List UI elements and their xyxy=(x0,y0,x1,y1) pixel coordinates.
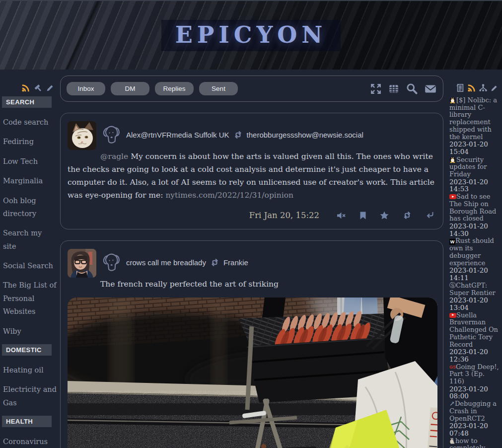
boost-icon xyxy=(233,131,243,139)
news-title: [$] Nolibc: a minimal C-library replacem… xyxy=(449,96,497,141)
epicyon-dog-icon[interactable] xyxy=(100,123,122,146)
epicyon-dog-icon[interactable] xyxy=(100,251,122,274)
avatar[interactable] xyxy=(68,121,96,150)
rss-icon[interactable] xyxy=(21,83,30,92)
news-time: 2023-01-20 15:04 xyxy=(449,141,501,155)
tab-sent[interactable]: Sent xyxy=(199,82,238,95)
youtube-icon xyxy=(449,194,456,199)
envelope-icon[interactable] xyxy=(424,83,437,94)
news-item[interactable]: WRust should own its debugger experience… xyxy=(449,237,501,282)
news-title: Suella Braverman Challenged On Pathetic … xyxy=(449,311,498,348)
sitemap-icon[interactable] xyxy=(479,83,488,92)
left-link[interactable]: Heating oil xyxy=(3,364,57,376)
news-item[interactable]: ↗Debugging a Crash in OpenRCT2 2023-01-2… xyxy=(449,400,501,437)
left-link[interactable]: Electricity and Gas xyxy=(3,383,57,409)
left-link[interactable]: The Big List of Personal Websites xyxy=(3,279,57,318)
avatar[interactable] xyxy=(68,249,96,278)
boost-icon xyxy=(210,258,219,267)
news-list: [$] Nolibc: a minimal C-library replacem… xyxy=(447,96,501,448)
mention-link[interactable]: @ragle xyxy=(100,152,128,161)
news-item[interactable]: GSGoing Deep!, Part 3 (Ep. 116) 2023-01-… xyxy=(449,364,501,400)
post-recipient[interactable]: therobburgessshow@newsie.social xyxy=(247,131,363,139)
post-image[interactable] xyxy=(68,298,437,448)
left-link[interactable]: Wiby xyxy=(3,325,57,338)
news-title: ChatGPT: Super Rentier xyxy=(449,282,496,297)
left-link[interactable]: Social Search xyxy=(3,259,57,272)
post-title-row: crows call me breadlady Frankie xyxy=(100,248,436,274)
newspaper-icon[interactable] xyxy=(456,83,465,92)
news-title: how to completely own an airline in 3 xyxy=(449,437,496,448)
news-title: Going Deep!, Part 3 (Ep. 116) xyxy=(449,363,499,385)
rss-icon[interactable] xyxy=(467,83,476,92)
pen-icon[interactable] xyxy=(46,83,55,92)
health-links: Coronavirus statistics xyxy=(2,435,57,448)
hammer-icon[interactable] xyxy=(33,83,43,92)
left-link[interactable]: Search my site xyxy=(3,226,57,253)
expand-icon[interactable] xyxy=(370,83,382,95)
timeline-column: Inbox DM Replies Sent xyxy=(60,70,443,448)
timeline-header-icons xyxy=(370,82,437,95)
left-section-health: HEALTH Coronavirus statistics xyxy=(2,416,57,448)
left-column-icons xyxy=(2,83,57,92)
lwn-penguin-icon xyxy=(449,96,456,103)
news-item[interactable]: [$] Nolibc: a minimal C-library replacem… xyxy=(449,96,501,155)
post: Alex@rtnVFRmedia Suffolk UK therobburges… xyxy=(60,113,443,229)
bookmark-icon[interactable] xyxy=(359,212,366,220)
left-link[interactable]: Low Tech xyxy=(3,155,57,168)
left-link[interactable]: Marginalia xyxy=(3,174,57,187)
pen-icon[interactable] xyxy=(490,84,499,92)
news-title: Rust should own its debugger experience xyxy=(449,237,494,266)
tab-replies[interactable]: Replies xyxy=(155,82,194,95)
left-section-domestic: DOMESTIC Heating oil Electricity and Gas xyxy=(2,344,57,409)
news-title: Sad to see The Ship on Borough Road has … xyxy=(449,193,496,222)
timeline-tabs: Inbox DM Replies Sent xyxy=(67,82,238,95)
lwn-penguin-icon xyxy=(449,156,456,163)
post-footer: Fri Jan 20, 15:22 xyxy=(68,211,434,220)
news-item[interactable]: ⓈChatGPT: Super Rentier 2023-01-20 13:04 xyxy=(449,282,501,311)
news-time: 2023-01-20 13:04 xyxy=(449,297,501,311)
post-text: The french really perfected the art of s… xyxy=(100,280,279,289)
banner[interactable]: EPICYON xyxy=(0,0,502,70)
external-link[interactable]: nytimes.com/2022/12/31/opinion xyxy=(165,191,293,200)
news-item[interactable]: Suella Braverman Challenged On Pathetic … xyxy=(449,312,501,363)
left-link[interactable]: Fediring xyxy=(3,135,57,148)
rabbit-icon xyxy=(449,438,455,444)
star-icon[interactable] xyxy=(380,211,389,220)
search-icon[interactable] xyxy=(406,82,418,95)
news-item[interactable]: how to completely own an airline in 3 xyxy=(449,438,501,448)
wordpress-icon: Ⓢ xyxy=(449,282,456,289)
site-title: EPICYON xyxy=(161,20,341,51)
post-author[interactable]: crows call me breadlady xyxy=(126,258,206,267)
post: crows call me breadlady Frankie The fren… xyxy=(60,240,443,448)
section-header: DOMESTIC xyxy=(2,344,52,356)
tab-inbox[interactable]: Inbox xyxy=(67,82,105,95)
gs-badge-icon: GS xyxy=(449,365,456,370)
calendar-grid-icon[interactable] xyxy=(388,83,400,95)
search-links: Code search Fediring Low Tech Marginalia… xyxy=(2,116,57,338)
news-item[interactable]: Security updates for Friday 2023-01-20 1… xyxy=(449,156,501,193)
left-link[interactable]: Ooh blog directory xyxy=(3,194,57,221)
mute-icon[interactable] xyxy=(337,212,346,220)
post-recipient[interactable]: Frankie xyxy=(223,258,248,267)
person-avatar-image xyxy=(68,249,96,278)
left-link[interactable]: Code search xyxy=(3,116,57,129)
reply-icon[interactable] xyxy=(426,212,434,219)
post-content: @ragle My concern is about how the arts … xyxy=(68,150,436,202)
post-author[interactable]: Alex@rtnVFRmedia Suffolk UK xyxy=(126,131,229,139)
news-item[interactable]: Sad to see The Ship on Borough Road has … xyxy=(449,193,501,237)
post-content: The french really perfected the art of s… xyxy=(68,278,436,291)
youtube-icon xyxy=(449,313,456,318)
domestic-links: Heating oil Electricity and Gas xyxy=(2,364,57,409)
post-timestamp[interactable]: Fri Jan 20, 15:22 xyxy=(249,211,319,220)
left-section-search: SEARCH Code search Fediring Low Tech Mar… xyxy=(2,96,57,338)
news-column-icons xyxy=(447,83,501,92)
news-time: 2023-01-20 12:36 xyxy=(449,348,501,363)
tab-dm[interactable]: DM xyxy=(111,82,149,95)
page-body: SEARCH Code search Fediring Low Tech Mar… xyxy=(0,70,502,448)
arrow-icon: ↗ xyxy=(449,400,455,407)
news-time: 2023-01-20 08:00 xyxy=(449,385,501,400)
left-link[interactable]: Coronavirus statistics xyxy=(3,435,57,448)
section-header: HEALTH xyxy=(2,416,52,427)
repeat-icon[interactable] xyxy=(402,211,412,220)
timeline-header: Inbox DM Replies Sent xyxy=(60,75,443,102)
